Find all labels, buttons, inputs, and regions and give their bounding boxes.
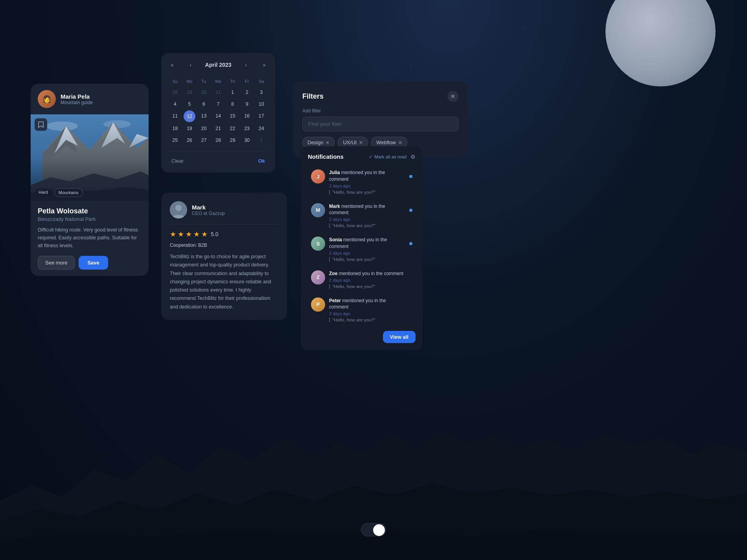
cal-day[interactable]: 2	[240, 87, 254, 98]
tag-hard: Hard	[35, 188, 52, 197]
hike-name: Petla Wolosate	[38, 207, 142, 215]
notifications-list: J Julia mentioned you in the comment 2 d…	[308, 165, 416, 326]
cal-day[interactable]: 15	[226, 110, 239, 122]
toggle-switch[interactable]	[361, 523, 386, 536]
view-all-button[interactable]: View all	[383, 331, 416, 343]
cal-day[interactable]: 23	[240, 123, 254, 134]
cal-day-selected[interactable]: 12	[184, 110, 195, 122]
cal-day[interactable]: 30	[240, 135, 254, 146]
hiker-header: 👩 Maria Pela Mountain guide	[31, 84, 149, 114]
reviewer-avatar	[170, 201, 187, 218]
notif-avatar-julia: J	[311, 169, 325, 184]
cal-day[interactable]: 28	[168, 87, 182, 98]
notification-item-mark[interactable]: M Mark mentioned you in the comment 2 da…	[308, 199, 416, 232]
notif-quote-julia: "Hello, how are you?"	[329, 190, 405, 195]
cal-day[interactable]: 29	[226, 135, 239, 146]
notification-item-zoe[interactable]: Z Zoe mentioned you in the comment 2 day…	[308, 266, 416, 293]
cal-next-next-button[interactable]: »	[260, 60, 268, 70]
bookmark-button[interactable]	[35, 118, 47, 131]
cal-day[interactable]: 25	[168, 135, 182, 146]
reviewer-header: Mark CEO at Gazzup	[170, 201, 278, 224]
notif-unread-dot-sonia	[409, 242, 412, 245]
cal-day[interactable]: 16	[240, 110, 254, 122]
chip-uxui-remove[interactable]: ✕	[359, 140, 363, 145]
notif-text-sonia: Sonia mentioned you in the comment	[329, 237, 405, 250]
calendar-header: « ‹ April 2023 › »	[168, 60, 268, 70]
see-more-button[interactable]: See more	[38, 256, 75, 270]
calendar-grid: Su Mo Tu We Th Fr Sa 28 29 30 31 1 2 3 4…	[168, 77, 268, 146]
cal-day[interactable]: 18	[168, 123, 182, 134]
star-3: ★	[186, 230, 192, 239]
notif-dot-peter	[409, 303, 412, 306]
cal-prev-prev-button[interactable]: «	[168, 60, 176, 70]
cal-day[interactable]: 7	[212, 99, 225, 110]
day-header-th: Th	[226, 77, 239, 86]
hiker-info: Maria Pela Mountain guide	[61, 93, 93, 105]
notif-time-mark: 2 days ago	[329, 217, 405, 222]
toggle-container	[361, 523, 386, 536]
notif-content-zoe: Zoe mentioned you in the comment 2 days …	[329, 270, 405, 289]
hiker-avatar: 👩	[38, 90, 56, 108]
cal-day[interactable]: 13	[197, 110, 211, 122]
svg-point-4	[175, 205, 182, 211]
chip-webflow-remove[interactable]: ✕	[398, 140, 402, 145]
filters-header: Filters ✕	[302, 91, 458, 102]
cal-day[interactable]: 3	[254, 87, 268, 98]
cal-day[interactable]: 20	[197, 123, 211, 134]
cal-day[interactable]: 24	[254, 123, 268, 134]
filters-close-button[interactable]: ✕	[447, 91, 458, 102]
cal-day[interactable]: 14	[212, 110, 225, 122]
hike-location: Bieszczady National Park	[38, 216, 142, 222]
notification-item-sonia[interactable]: S Sonia mentioned you in the comment 2 d…	[308, 233, 416, 266]
cal-day[interactable]: 9	[240, 99, 254, 110]
cooperation-info: Cooperation: B2B	[170, 242, 278, 248]
rating-score: 5.0	[211, 231, 218, 237]
star-1: ★	[170, 230, 176, 239]
calendar-ok-button[interactable]: Ok	[255, 156, 268, 165]
notif-content-peter: Peter mentioned you in the comment 2 day…	[329, 297, 405, 323]
filter-search-input[interactable]	[302, 117, 458, 131]
cal-prev-button[interactable]: ‹	[187, 60, 194, 70]
calendar-clear-button[interactable]: Clear	[168, 156, 187, 165]
notifications-settings-button[interactable]: ⚙	[410, 154, 416, 160]
cal-day[interactable]: 30	[197, 87, 211, 98]
cal-day[interactable]: 31	[212, 87, 225, 98]
cal-day[interactable]: 17	[254, 110, 268, 122]
cal-day[interactable]: 4	[168, 99, 182, 110]
cal-day[interactable]: 26	[183, 135, 197, 146]
add-filter-label: Add filter	[302, 108, 458, 114]
day-header-we: We	[212, 77, 225, 86]
hiker-role: Mountain guide	[61, 100, 93, 105]
day-header-mo: Mo	[183, 77, 197, 86]
day-header-fr: Fr	[240, 77, 254, 86]
cal-day[interactable]: 28	[212, 135, 225, 146]
hiker-body: Petla Wolosate Bieszczady National Park …	[31, 201, 149, 276]
notif-quote-mark: "Hello, how are you?"	[329, 223, 405, 228]
cal-day[interactable]: 27	[197, 135, 211, 146]
cal-day[interactable]: 10	[254, 99, 268, 110]
notification-item-peter[interactable]: P Peter mentioned you in the comment 2 d…	[308, 294, 416, 327]
calendar-card: « ‹ April 2023 › » Su Mo Tu We Th Fr Sa …	[161, 53, 275, 173]
cal-day[interactable]: 6	[197, 99, 211, 110]
cal-day[interactable]: 8	[226, 99, 239, 110]
notif-time-peter: 2 days ago	[329, 311, 405, 316]
cal-day[interactable]: 1	[226, 87, 239, 98]
hiker-tags: Hard Mountains	[35, 188, 83, 197]
tag-mountains: Mountains	[54, 188, 83, 197]
day-header-tu: Tu	[197, 77, 211, 86]
notification-item-julia[interactable]: J Julia mentioned you in the comment 2 d…	[308, 165, 416, 198]
notif-avatar-peter: P	[311, 297, 325, 312]
cal-day[interactable]: 22	[226, 123, 239, 134]
cal-day[interactable]: 5	[183, 99, 197, 110]
cal-day[interactable]: 29	[183, 87, 197, 98]
cal-next-button[interactable]: ›	[243, 60, 249, 70]
chip-design-label: Design	[307, 140, 323, 145]
review-card: Mark CEO at Gazzup ★ ★ ★ ★ ★ 5.0 Coopera…	[161, 193, 287, 320]
cal-day[interactable]: 19	[183, 123, 197, 134]
mark-all-read-button[interactable]: ✓ Mark all as read	[369, 154, 407, 160]
cal-day[interactable]: 21	[212, 123, 225, 134]
save-button[interactable]: Save	[79, 256, 108, 270]
cal-day[interactable]: 1	[254, 135, 268, 146]
cal-day[interactable]: 11	[168, 110, 182, 122]
chip-design-remove[interactable]: ✕	[326, 140, 329, 145]
